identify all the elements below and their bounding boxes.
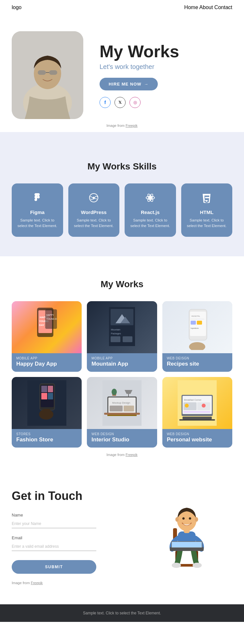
footer: Sample text. Click to select the Text El…: [0, 604, 244, 622]
work-name-personal: Personal website: [167, 436, 228, 443]
work-card-personal[interactable]: Breakfast Corner WEB DESIGN Personal web…: [162, 377, 232, 448]
skills-grid: Figma Sample text. Click to select the T…: [12, 183, 232, 237]
work-name-happy: Happy Day App: [16, 361, 77, 367]
svg-point-75: [193, 563, 202, 568]
svg-rect-79: [172, 542, 202, 547]
svg-text:YOUNG D: YOUNG D: [46, 318, 57, 320]
svg-point-74: [172, 563, 181, 568]
skills-section: My Works Skills Figma Sample text. Click…: [0, 142, 244, 256]
logo: logo: [12, 5, 21, 10]
skill-figma-desc: Sample text. Click to select the Text El…: [17, 218, 58, 229]
skills-title: My Works Skills: [12, 161, 232, 172]
svg-text:Breakfast Corner: Breakfast Corner: [184, 399, 202, 401]
svg-rect-42: [41, 393, 47, 399]
work-card-recipes[interactable]: VEGETAL Ingredients WEB DEISGN Recipes s…: [162, 301, 232, 372]
contact-illustration: [141, 489, 232, 574]
navbar: logo Home About Contact: [0, 0, 244, 15]
svg-rect-67: [183, 417, 212, 419]
work-overlay-personal: WEB DESIGN Personal website: [162, 429, 232, 448]
work-thumb-interior: Mockup Design: [87, 377, 157, 429]
svg-text:Mockup Design: Mockup Design: [112, 401, 130, 404]
nav-home[interactable]: Home: [184, 5, 198, 10]
arrow-icon: →: [144, 82, 149, 87]
work-name-fashion: Fashion Store: [16, 436, 77, 443]
skill-wp-desc: Sample text. Click to select the Text El…: [74, 218, 115, 229]
submit-button[interactable]: SUBMIT: [12, 560, 96, 574]
footer-text: Sample text. Click to select the Text El…: [12, 611, 232, 615]
work-type-interior: WEB DESIGN: [91, 432, 152, 436]
work-overlay-interior: WEB DESIGN Interior Studio: [87, 429, 157, 448]
svg-text:Mountain: Mountain: [111, 329, 120, 331]
freepik-link-works[interactable]: Freepik: [126, 453, 138, 457]
svg-text:Packages: Packages: [111, 332, 121, 335]
work-card-happy-day[interactable]: HAPPY YOUNG DAY HAPPY YOUNG D MOBILE APP…: [12, 301, 82, 372]
hero-image-credit: Image from Freepik: [106, 124, 137, 127]
work-name-interior: Interior Studio: [91, 436, 152, 443]
work-type-recipes: WEB DEISGN: [167, 356, 228, 360]
svg-text:Ingredients: Ingredients: [191, 327, 199, 329]
work-overlay-fashion: STORES Fashion Store: [12, 429, 82, 448]
name-label: Name: [12, 513, 141, 517]
email-input[interactable]: [12, 542, 96, 551]
skill-html-name: HTML: [186, 209, 227, 215]
work-card-fashion[interactable]: STORES Fashion Store: [12, 377, 82, 448]
contact-form-area: Get in Touch Name Email SUBMIT Image fro…: [12, 489, 141, 585]
twitter-icon[interactable]: 𝕏: [115, 97, 126, 108]
svg-rect-64: [183, 411, 210, 413]
social-links: f 𝕏 ◎: [100, 97, 179, 108]
svg-point-83: [189, 517, 191, 519]
svg-rect-68: [179, 419, 215, 421]
facebook-icon[interactable]: f: [100, 97, 111, 108]
nav-about[interactable]: About: [199, 5, 213, 10]
svg-rect-27: [111, 336, 120, 342]
svg-rect-51: [124, 406, 134, 411]
skill-react-name: React.js: [130, 209, 171, 215]
svg-text:DAY: DAY: [39, 324, 45, 327]
work-card-interior[interactable]: Mockup Design WEB DESIGN Interior Studio: [87, 377, 157, 448]
work-overlay-happy: MOBILE APP Happy Day App: [12, 353, 82, 372]
email-label: Email: [12, 535, 141, 540]
wordpress-icon: [74, 193, 115, 206]
svg-rect-56: [104, 413, 140, 415]
skill-card-wordpress: WordPress Sample text. Click to select t…: [68, 183, 120, 237]
skill-card-figma: Figma Sample text. Click to select the T…: [12, 183, 63, 237]
work-name-mountain: Mountain App: [91, 361, 152, 367]
svg-text:VEGETAL: VEGETAL: [191, 315, 200, 317]
hire-me-button[interactable]: HIRE ME NOW →: [100, 78, 158, 90]
hero-title: My Works: [100, 42, 179, 61]
work-type-personal: WEB DESIGN: [167, 432, 228, 436]
work-overlay-recipes: WEB DEISGN Recipes site: [162, 353, 232, 372]
work-type-happy: MOBILE APP: [16, 356, 77, 360]
hero-subtitle: Let's work together: [100, 63, 179, 71]
svg-rect-50: [110, 406, 123, 411]
contact-section: Get in Touch Name Email SUBMIT Image fro…: [0, 466, 244, 604]
work-thumb-personal: Breakfast Corner: [162, 377, 232, 429]
svg-point-55: [112, 389, 117, 395]
work-thumb-happy: HAPPY YOUNG DAY HAPPY YOUNG D: [12, 301, 82, 353]
skill-react-desc: Sample text. Click to select the Text El…: [130, 218, 171, 229]
skill-wp-name: WordPress: [74, 209, 115, 215]
skill-html-desc: Sample text. Click to select the Text El…: [186, 218, 227, 229]
nav-links: Home About Contact: [184, 5, 232, 10]
svg-point-82: [183, 517, 185, 519]
html-icon: [186, 193, 227, 206]
svg-point-66: [202, 404, 206, 408]
work-overlay-mountain: MOBILE APP Mountain App: [87, 353, 157, 372]
figma-icon: [17, 193, 58, 206]
work-card-mountain[interactable]: Mountain Packages MOBILE APP Mountain Ap…: [87, 301, 157, 372]
svg-text:HAPPY: HAPPY: [46, 314, 54, 316]
name-input[interactable]: [12, 519, 96, 528]
work-thumb-fashion: [12, 377, 82, 429]
freepik-link-contact[interactable]: Freepik: [31, 581, 43, 585]
work-thumb-recipes: VEGETAL Ingredients: [162, 301, 232, 353]
freepik-link-hero[interactable]: Freepik: [126, 124, 138, 127]
svg-rect-28: [123, 336, 132, 342]
svg-rect-45: [43, 409, 50, 415]
skill-card-html: HTML Sample text. Click to select the Te…: [181, 183, 233, 237]
works-title: My Works: [12, 279, 232, 289]
work-type-fashion: STORES: [16, 432, 77, 436]
svg-rect-33: [191, 321, 196, 325]
instagram-icon[interactable]: ◎: [129, 97, 141, 108]
hero-content: My Works Let's work together HIRE ME NOW…: [83, 42, 179, 108]
nav-contact[interactable]: Contact: [214, 5, 232, 10]
